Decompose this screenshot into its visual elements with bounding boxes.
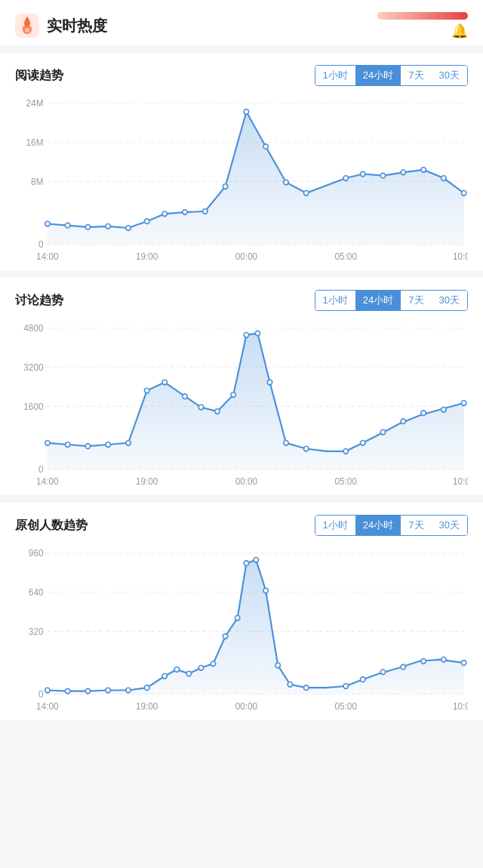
disc-point xyxy=(255,331,260,336)
orig-point xyxy=(85,688,90,694)
discussion-chart-area: 4800 3200 1600 0 xyxy=(15,320,468,486)
discussion-tab-24h[interactable]: 24小时 xyxy=(355,291,401,310)
orig-point xyxy=(174,667,179,673)
reading-point xyxy=(263,144,268,149)
reading-point xyxy=(441,176,446,181)
orig-point xyxy=(304,685,309,691)
reading-point xyxy=(421,168,426,173)
header: 实时热度 🔔 xyxy=(0,0,483,45)
orig-point xyxy=(223,634,227,639)
svg-text:05:00: 05:00 xyxy=(334,476,357,486)
reading-point xyxy=(183,210,187,215)
reading-point xyxy=(343,176,348,181)
reading-point xyxy=(223,184,227,189)
reading-point xyxy=(65,223,69,228)
svg-text:19:00: 19:00 xyxy=(136,476,158,486)
discussion-tab-1h[interactable]: 1小时 xyxy=(315,291,355,310)
svg-text:19:00: 19:00 xyxy=(136,701,158,711)
svg-text:10:00: 10:00 xyxy=(453,701,468,711)
reading-point xyxy=(461,191,466,196)
orig-point xyxy=(126,688,131,693)
disc-point xyxy=(183,394,187,399)
svg-text:19:00: 19:00 xyxy=(136,251,158,261)
orig-point xyxy=(380,669,385,675)
reading-tab-1h[interactable]: 1小时 xyxy=(315,66,355,85)
orig-point xyxy=(198,666,203,671)
svg-text:24M: 24M xyxy=(26,98,44,109)
svg-text:960: 960 xyxy=(29,548,44,559)
svg-text:00:00: 00:00 xyxy=(235,251,258,261)
page-title: 实时热度 xyxy=(47,16,107,36)
disc-point xyxy=(304,446,309,451)
disc-point xyxy=(461,401,466,406)
disc-point xyxy=(284,441,288,446)
original-tab-24h[interactable]: 24小时 xyxy=(355,516,401,535)
svg-text:00:00: 00:00 xyxy=(235,476,258,486)
reading-point xyxy=(144,219,149,224)
reading-tab-7d[interactable]: 7天 xyxy=(401,66,431,85)
reading-chart-card: 阅读趋势 1小时 24小时 7天 30天 24M 16M 8M 0 xyxy=(0,53,483,270)
disc-point xyxy=(106,442,110,448)
discussion-tab-30d[interactable]: 30天 xyxy=(432,291,467,310)
heat-bar xyxy=(377,12,468,20)
discussion-chart-title: 讨论趋势 xyxy=(15,293,63,309)
orig-point xyxy=(254,558,258,563)
svg-text:320: 320 xyxy=(29,626,44,637)
orig-point xyxy=(461,660,466,666)
disc-point xyxy=(144,388,149,393)
orig-point xyxy=(275,663,280,668)
discussion-tab-7d[interactable]: 7天 xyxy=(401,291,431,310)
flame-icon xyxy=(15,14,39,38)
reading-point xyxy=(45,221,50,226)
reading-point xyxy=(304,191,309,196)
original-tab-30d[interactable]: 30天 xyxy=(432,516,467,535)
reading-tab-30d[interactable]: 30天 xyxy=(432,66,467,85)
original-chart-svg: 960 640 320 0 xyxy=(15,545,468,711)
original-chart-area: 960 640 320 0 xyxy=(15,545,468,711)
original-tab-7d[interactable]: 7天 xyxy=(401,516,431,535)
orig-point xyxy=(186,671,191,676)
discussion-chart-svg: 4800 3200 1600 0 xyxy=(15,320,468,486)
disc-point xyxy=(126,441,131,446)
heat-bell-icon: 🔔 xyxy=(451,23,468,39)
svg-text:14:00: 14:00 xyxy=(36,476,59,486)
orig-point xyxy=(361,677,365,682)
page-container: 实时热度 🔔 阅读趋势 1小时 24小时 7天 30天 xyxy=(0,0,483,868)
reading-point xyxy=(162,211,167,217)
svg-text:0: 0 xyxy=(38,239,44,250)
svg-text:3200: 3200 xyxy=(23,362,44,373)
reading-point xyxy=(401,170,405,175)
orig-point xyxy=(162,674,167,679)
header-left: 实时热度 xyxy=(15,14,107,38)
reading-point xyxy=(380,173,385,178)
discussion-time-tabs: 1小时 24小时 7天 30天 xyxy=(315,290,468,311)
reading-point xyxy=(106,224,110,229)
orig-point xyxy=(421,659,426,664)
reading-chart-area: 24M 16M 8M 0 xyxy=(15,95,468,261)
svg-text:640: 640 xyxy=(29,587,44,598)
orig-point xyxy=(441,657,446,663)
disc-point xyxy=(85,444,90,449)
disc-point xyxy=(441,408,446,413)
disc-point xyxy=(198,405,203,410)
reading-tab-24h[interactable]: 24小时 xyxy=(355,66,401,85)
original-tab-1h[interactable]: 1小时 xyxy=(315,516,355,535)
svg-text:00:00: 00:00 xyxy=(235,701,258,711)
svg-text:14:00: 14:00 xyxy=(36,251,59,261)
orig-point xyxy=(288,682,292,688)
orig-point xyxy=(401,664,405,669)
disc-point xyxy=(267,380,272,385)
orig-point xyxy=(235,616,239,621)
disc-point xyxy=(401,419,405,424)
original-area-fill xyxy=(48,560,464,694)
disc-point xyxy=(45,441,50,446)
discussion-area-fill xyxy=(48,334,464,469)
disc-point xyxy=(215,409,220,414)
svg-text:14:00: 14:00 xyxy=(36,701,59,711)
disc-point xyxy=(421,411,426,416)
heat-indicator: 🔔 xyxy=(377,12,468,39)
orig-point xyxy=(211,661,215,666)
orig-point xyxy=(263,588,268,593)
disc-point xyxy=(231,392,235,398)
disc-point xyxy=(343,449,348,454)
